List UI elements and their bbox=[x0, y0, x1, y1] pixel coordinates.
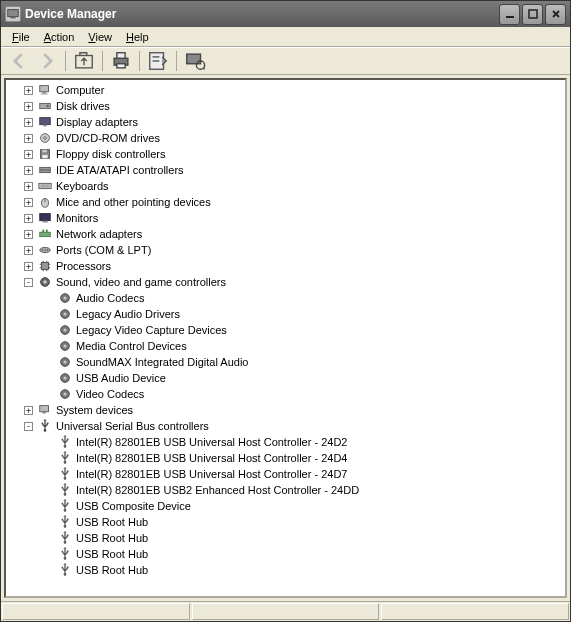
svg-rect-74 bbox=[67, 439, 69, 441]
collapse-button[interactable]: - bbox=[24, 422, 33, 431]
svg-point-72 bbox=[64, 445, 67, 448]
svg-point-41 bbox=[47, 249, 48, 250]
tree-node[interactable]: +Disk drives bbox=[6, 98, 563, 114]
tree-node[interactable]: USB Root Hub bbox=[6, 546, 563, 562]
svg-rect-37 bbox=[46, 230, 48, 233]
svg-point-40 bbox=[44, 249, 45, 250]
svg-rect-68 bbox=[42, 412, 46, 414]
tree-node[interactable]: Intel(R) 82801EB USB Universal Host Cont… bbox=[6, 434, 563, 450]
tree-node[interactable]: +Display adapters bbox=[6, 114, 563, 130]
sound-dev-icon bbox=[57, 370, 73, 386]
tree-node-label: Computer bbox=[56, 84, 104, 96]
tree-node[interactable]: Intel(R) 82801EB USB2 Enhanced Host Cont… bbox=[6, 482, 563, 498]
expand-button[interactable]: + bbox=[24, 150, 33, 159]
tree-node-label: Network adapters bbox=[56, 228, 142, 240]
collapse-button[interactable]: - bbox=[24, 278, 33, 287]
tree-node-label: USB Root Hub bbox=[76, 548, 148, 560]
expand-button[interactable]: + bbox=[24, 182, 33, 191]
expand-button[interactable]: + bbox=[24, 230, 33, 239]
tree-node[interactable]: +IDE ATA/ATAPI controllers bbox=[6, 162, 563, 178]
tree-node[interactable]: Legacy Video Capture Devices bbox=[6, 322, 563, 338]
menu-help[interactable]: Help bbox=[119, 29, 156, 45]
usb-dev-icon bbox=[57, 498, 73, 514]
svg-rect-98 bbox=[67, 567, 69, 569]
ide-icon bbox=[37, 162, 53, 178]
scan-hardware-button[interactable] bbox=[183, 50, 207, 72]
expand-button[interactable]: + bbox=[24, 102, 33, 111]
device-tree[interactable]: +Computer+Disk drives+Display adapters+D… bbox=[4, 78, 567, 598]
menu-file[interactable]: File bbox=[5, 29, 37, 45]
titlebar[interactable]: Device Manager bbox=[1, 1, 570, 27]
mouse-icon bbox=[37, 194, 53, 210]
tree-node-label: Video Codecs bbox=[76, 388, 144, 400]
svg-point-58 bbox=[63, 328, 66, 331]
tree-node-label: Universal Serial Bus controllers bbox=[56, 420, 209, 432]
expand-button[interactable]: + bbox=[24, 134, 33, 143]
sound-dev-icon bbox=[57, 386, 73, 402]
expand-button[interactable]: + bbox=[24, 262, 33, 271]
print-button[interactable] bbox=[109, 50, 133, 72]
expand-button[interactable]: + bbox=[24, 246, 33, 255]
tree-node[interactable]: -Sound, video and game controllers bbox=[6, 274, 563, 290]
tree-node[interactable]: USB Root Hub bbox=[6, 530, 563, 546]
tree-node[interactable]: +System devices bbox=[6, 402, 563, 418]
svg-rect-7 bbox=[117, 64, 125, 68]
svg-point-60 bbox=[63, 344, 66, 347]
tree-node[interactable]: Legacy Audio Drivers bbox=[6, 306, 563, 322]
usb-dev-icon bbox=[57, 546, 73, 562]
tree-node[interactable]: +DVD/CD-ROM drives bbox=[6, 130, 563, 146]
svg-rect-67 bbox=[40, 406, 49, 412]
svg-rect-34 bbox=[42, 221, 47, 223]
tree-node[interactable]: SoundMAX Integrated Digital Audio bbox=[6, 354, 563, 370]
tree-node[interactable]: -Universal Serial Bus controllers bbox=[6, 418, 563, 434]
tree-node[interactable]: USB Composite Device bbox=[6, 498, 563, 514]
tree-node[interactable]: +Keyboards bbox=[6, 178, 563, 194]
properties-button[interactable] bbox=[146, 50, 170, 72]
tree-node[interactable]: Video Codecs bbox=[6, 386, 563, 402]
expand-button[interactable]: + bbox=[24, 198, 33, 207]
toolbar-separator bbox=[65, 51, 66, 71]
tree-node[interactable]: Audio Codecs bbox=[6, 290, 563, 306]
tree-node[interactable]: +Network adapters bbox=[6, 226, 563, 242]
usb-dev-icon bbox=[57, 530, 73, 546]
expand-button[interactable]: + bbox=[24, 214, 33, 223]
expand-button[interactable]: + bbox=[24, 406, 33, 415]
svg-point-66 bbox=[63, 392, 66, 395]
system-icon bbox=[37, 402, 53, 418]
tree-node[interactable]: +Processors bbox=[6, 258, 563, 274]
expand-button[interactable]: + bbox=[24, 118, 33, 127]
expand-button[interactable]: + bbox=[24, 166, 33, 175]
tree-node[interactable]: USB Root Hub bbox=[6, 514, 563, 530]
expand-button[interactable]: + bbox=[24, 86, 33, 95]
maximize-button[interactable] bbox=[522, 4, 543, 25]
floppy-icon bbox=[37, 146, 53, 162]
close-button[interactable] bbox=[545, 4, 566, 25]
tree-node[interactable]: +Floppy disk controllers bbox=[6, 146, 563, 162]
sound-dev-icon bbox=[57, 338, 73, 354]
tree-node[interactable]: USB Root Hub bbox=[6, 562, 563, 578]
menu-view[interactable]: View bbox=[81, 29, 119, 45]
tree-node[interactable]: +Monitors bbox=[6, 210, 563, 226]
sound-icon bbox=[37, 274, 53, 290]
tree-node-label: Audio Codecs bbox=[76, 292, 145, 304]
up-button[interactable] bbox=[72, 50, 96, 72]
svg-rect-36 bbox=[42, 230, 44, 233]
cpu-icon bbox=[37, 258, 53, 274]
tree-node[interactable]: USB Audio Device bbox=[6, 370, 563, 386]
menu-action[interactable]: Action bbox=[37, 29, 82, 45]
tree-node[interactable]: +Mice and other pointing devices bbox=[6, 194, 563, 210]
tree-node[interactable]: Intel(R) 82801EB USB Universal Host Cont… bbox=[6, 450, 563, 466]
svg-rect-83 bbox=[67, 487, 69, 489]
svg-point-94 bbox=[62, 551, 64, 553]
minimize-button[interactable] bbox=[499, 4, 520, 25]
tree-node[interactable]: Media Control Devices bbox=[6, 338, 563, 354]
tree-node-label: Intel(R) 82801EB USB Universal Host Cont… bbox=[76, 468, 347, 480]
tree-node[interactable]: Intel(R) 82801EB USB Universal Host Cont… bbox=[6, 466, 563, 482]
window-controls bbox=[499, 4, 566, 25]
tree-node[interactable]: +Computer bbox=[6, 82, 563, 98]
tree-node-label: USB Root Hub bbox=[76, 516, 148, 528]
back-button bbox=[7, 50, 31, 72]
tree-node[interactable]: +Ports (COM & LPT) bbox=[6, 242, 563, 258]
app-icon bbox=[5, 6, 21, 22]
tree-node-label: Keyboards bbox=[56, 180, 109, 192]
